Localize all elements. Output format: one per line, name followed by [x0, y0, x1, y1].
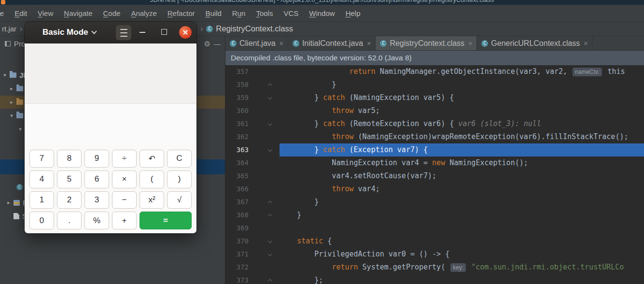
- calc-button-add[interactable]: +: [112, 212, 137, 229]
- fold-down-icon[interactable]: [268, 252, 273, 256]
- menu-item-vcs[interactable]: VCS: [278, 9, 304, 17]
- calc-button-subtract[interactable]: −: [112, 191, 137, 209]
- line-number[interactable]: 368: [225, 209, 249, 222]
- line-number[interactable]: 360: [225, 104, 249, 117]
- hamburger-menu-icon[interactable]: [116, 25, 131, 40]
- menu-item-build[interactable]: Build: [200, 9, 226, 17]
- fold-down-icon[interactable]: [268, 147, 273, 152]
- menu-item-help[interactable]: Help: [340, 9, 366, 17]
- code-line[interactable]: 366 throw var4;: [225, 183, 644, 196]
- gutter-fold[interactable]: [249, 78, 280, 91]
- code-editor[interactable]: 357 return NamingManager.getObjectInstan…: [225, 65, 644, 284]
- fold-down-icon[interactable]: [268, 121, 273, 126]
- gear-icon[interactable]: ⚙: [204, 40, 210, 48]
- line-number[interactable]: 359: [225, 91, 249, 104]
- gutter-fold[interactable]: [249, 117, 280, 130]
- calc-button-digit-7[interactable]: 7: [29, 150, 54, 168]
- code-line[interactable]: 357 return NamingManager.getObjectInstan…: [225, 65, 644, 78]
- calc-button-digit-9[interactable]: 9: [84, 150, 109, 168]
- calc-button-digit-6[interactable]: 6: [84, 170, 109, 188]
- calculator-mode-dropdown[interactable]: Basic Mode: [42, 28, 96, 37]
- calc-button-digit-5[interactable]: 5: [57, 170, 82, 188]
- gutter-fold[interactable]: [249, 248, 280, 261]
- code-line[interactable]: 359 } catch (NamingException var5) {: [225, 91, 644, 104]
- fold-up-icon[interactable]: [268, 84, 273, 88]
- close-button[interactable]: [179, 26, 192, 39]
- tab-close-icon[interactable]: ×: [584, 40, 588, 47]
- calc-button-decimal[interactable]: .: [57, 212, 82, 229]
- code-line[interactable]: 369: [225, 222, 644, 235]
- menu-item-navigate[interactable]: Navigate: [58, 9, 98, 17]
- line-number[interactable]: 362: [225, 130, 249, 143]
- menu-item-analyze[interactable]: Analyze: [126, 9, 162, 17]
- calc-button-digit-2[interactable]: 2: [57, 191, 82, 209]
- calc-button-digit-4[interactable]: 4: [29, 170, 54, 188]
- code-line[interactable]: 363 } catch (Exception var7) {: [225, 143, 644, 156]
- tab-genericurlcontext-class[interactable]: CGenericURLContext.class×: [477, 36, 592, 50]
- gutter-fold[interactable]: [249, 91, 280, 104]
- line-number[interactable]: 373: [225, 274, 249, 284]
- fold-up-icon[interactable]: [268, 214, 273, 219]
- gutter-fold[interactable]: [249, 196, 280, 209]
- line-number[interactable]: 370: [225, 235, 249, 248]
- tree-collapse-icon[interactable]: ▾: [2, 72, 8, 78]
- calc-button-digit-3[interactable]: 3: [84, 191, 109, 209]
- code-line[interactable]: 371 PrivilegedAction var0 = () -> {: [225, 248, 644, 261]
- code-line[interactable]: 364 NamingException var4 = new NamingExc…: [225, 156, 644, 170]
- calc-button-divide[interactable]: ÷: [112, 150, 137, 168]
- menu-item-view[interactable]: View: [32, 9, 58, 17]
- menu-item-tools[interactable]: Tools: [251, 9, 278, 17]
- line-number[interactable]: 357: [225, 65, 249, 78]
- tab-registrycontext-class[interactable]: CRegistryContext.class×: [376, 36, 477, 50]
- tree-expand-icon[interactable]: ▸: [6, 199, 12, 206]
- hide-panel-icon[interactable]: —: [214, 40, 221, 48]
- gutter-fold[interactable]: [249, 209, 280, 222]
- line-number[interactable]: 369: [225, 222, 249, 235]
- fold-up-icon[interactable]: [268, 201, 273, 206]
- menu-item-refactor[interactable]: Refactor: [162, 9, 200, 17]
- calc-button-digit-8[interactable]: 8: [57, 150, 82, 168]
- maximize-button[interactable]: [161, 29, 167, 35]
- tree-collapse-icon[interactable]: ▾: [17, 126, 23, 132]
- code-line[interactable]: 370 static {: [225, 235, 644, 248]
- calc-button-multiply[interactable]: ×: [112, 170, 137, 188]
- calc-button-square[interactable]: x²: [140, 191, 164, 209]
- menu-item-code[interactable]: Code: [98, 9, 126, 17]
- calc-button-percent[interactable]: %: [84, 212, 109, 229]
- code-line[interactable]: 358 }: [225, 78, 644, 91]
- line-number[interactable]: 364: [225, 156, 249, 170]
- line-number[interactable]: 365: [225, 170, 249, 183]
- line-number[interactable]: 367: [225, 196, 249, 209]
- calculator-entry[interactable]: [25, 103, 196, 145]
- menu-item-file[interactable]: File: [0, 9, 9, 17]
- fold-up-icon[interactable]: [268, 279, 273, 284]
- tab-close-icon[interactable]: ×: [468, 40, 472, 47]
- calc-button-undo[interactable]: ↶: [140, 150, 164, 168]
- line-number[interactable]: 366: [225, 183, 249, 196]
- tree-expand-icon[interactable]: ▸: [9, 99, 14, 105]
- tab-close-icon[interactable]: ×: [280, 40, 283, 47]
- code-line[interactable]: 365 var4.setRootCause(var7);: [225, 170, 644, 183]
- tree-expand-icon[interactable]: ▸: [9, 85, 14, 92]
- code-line[interactable]: 373 };: [225, 274, 644, 284]
- code-line[interactable]: 360 throw var5;: [225, 104, 644, 117]
- code-line[interactable]: 368 }: [225, 209, 644, 222]
- calc-button-clear[interactable]: C: [167, 150, 192, 168]
- code-line[interactable]: 361 } catch (RemoteException var6) { var…: [225, 117, 644, 130]
- line-number[interactable]: 361: [225, 117, 249, 130]
- calc-button-square-root[interactable]: √: [167, 191, 192, 209]
- calc-button-digit-1[interactable]: 1: [29, 191, 54, 209]
- fold-down-icon[interactable]: [268, 95, 273, 100]
- tab-initialcontext-java[interactable]: CInitialContext.java×: [288, 36, 376, 50]
- line-number[interactable]: 371: [225, 248, 249, 261]
- menu-item-window[interactable]: Window: [304, 9, 340, 17]
- calc-button-open-paren[interactable]: (: [140, 170, 164, 188]
- menu-item-run[interactable]: Run: [227, 9, 251, 17]
- fold-down-icon[interactable]: [268, 239, 273, 243]
- calc-button-equals[interactable]: =: [140, 212, 192, 229]
- minimize-button[interactable]: [140, 32, 145, 33]
- line-number[interactable]: 358: [225, 78, 249, 91]
- tab-client-java[interactable]: CClient.java×: [225, 36, 288, 50]
- code-line[interactable]: 367 }: [225, 196, 644, 209]
- line-number[interactable]: 363: [225, 143, 249, 156]
